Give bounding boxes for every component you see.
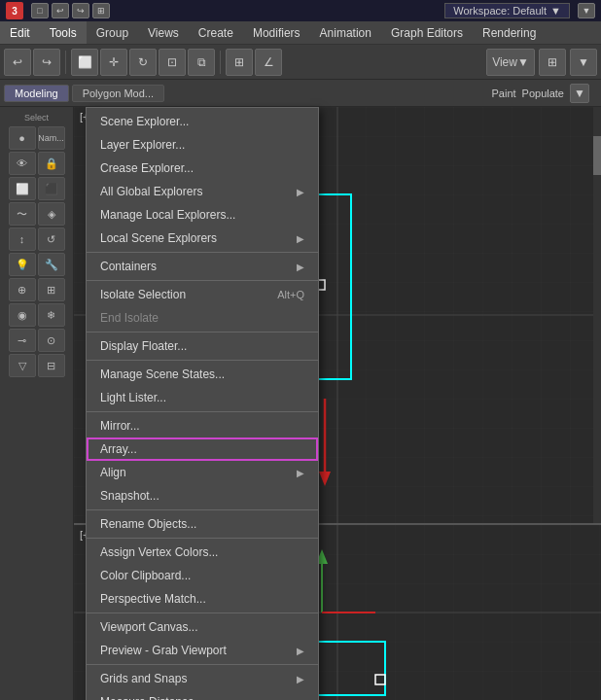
sidebar-icon-bone[interactable]: ⊸ <box>9 329 36 352</box>
menu-animation[interactable]: Animation <box>310 21 381 44</box>
sidebar-icon-eye2[interactable]: ◉ <box>9 303 36 327</box>
main-area: Select ● Nam... 👁 🔒 ⬜ ⬛ 〜 ◈ ↕ ↺ 💡 🔧 ⊕ <box>0 107 601 700</box>
menu-item-preview-grab[interactable]: Preview - Grab Viewport ▶ <box>87 639 318 662</box>
menu-sep-6 <box>87 509 318 510</box>
menu-item-crease-explorer[interactable]: Crease Explorer... <box>87 157 318 180</box>
sidebar-icon-poly[interactable]: ◈ <box>38 202 65 226</box>
menu-edit[interactable]: Edit <box>0 21 40 44</box>
menu-sep-5 <box>87 411 318 412</box>
title-bar: 3 □ ↩ ↪ ⊞ Workspace: Default ▼ ▼ <box>0 0 601 21</box>
menu-item-isolate-selection[interactable]: Isolate Selection Alt+Q <box>87 283 318 306</box>
menu-item-grids-and-snaps[interactable]: Grids and Snaps ▶ <box>87 667 318 690</box>
populate-label: Populate <box>522 88 564 99</box>
menu-item-end-isolate: End Isolate <box>87 306 318 330</box>
app-logo: 3 <box>6 2 23 19</box>
viewport-top-scrollbar[interactable] <box>593 107 601 523</box>
sidebar-icon-arrow[interactable]: ↕ <box>9 228 36 251</box>
select-button[interactable]: ⬜ <box>71 49 98 76</box>
snap-angle-button[interactable]: ∠ <box>255 49 282 76</box>
menu-item-assign-vertex-colors[interactable]: Assign Vertex Colors... <box>87 541 318 564</box>
menu-item-rename-objects[interactable]: Rename Objects... <box>87 512 318 536</box>
tools-dropdown-menu: Scene Explorer... Layer Explorer... Crea… <box>86 107 319 700</box>
sidebar-icon-wire[interactable]: ⬛ <box>38 177 65 200</box>
main-toolbar: ↩ ↪ ⬜ ✛ ↻ ⊡ ⧉ ⊞ ∠ View ▼ ⊞ ▼ <box>0 45 601 80</box>
menu-item-all-global-explorers[interactable]: All Global Explorers ▶ <box>87 180 318 203</box>
menu-item-manage-local-explorers[interactable]: Manage Local Explorers... <box>87 203 318 227</box>
menu-item-manage-scene-states[interactable]: Manage Scene States... <box>87 363 318 386</box>
menu-item-snapshot[interactable]: Snapshot... <box>87 484 318 508</box>
menu-graph-editors[interactable]: Graph Editors <box>381 21 473 44</box>
menu-item-color-clipboard[interactable]: Color Clipboard... <box>87 564 318 587</box>
sidebar-icon-funnel[interactable]: ▽ <box>9 354 36 377</box>
tb-btn-3[interactable]: ↪ <box>72 3 89 18</box>
sidebar-icon-eye[interactable]: 👁 <box>9 152 36 175</box>
toolbar-sep-2 <box>220 51 221 74</box>
menu-item-mirror[interactable]: Mirror... <box>87 414 318 438</box>
sidebar-icon-freeze[interactable]: ❄ <box>38 303 65 327</box>
menu-tools[interactable]: Tools <box>40 21 87 44</box>
sidebar-icon-box[interactable]: ⬜ <box>9 177 36 200</box>
tab-polygon-mod[interactable]: Polygon Mod... <box>72 85 164 102</box>
tb-btn-2[interactable]: ↩ <box>52 3 69 18</box>
title-extra-btn[interactable]: ▼ <box>578 3 595 18</box>
menu-bar: Edit Tools Group Views Create Modifiers … <box>0 21 601 45</box>
menu-sep-7 <box>87 538 318 539</box>
workspace-dropdown[interactable]: Workspace: Default ▼ <box>444 3 570 18</box>
menu-item-display-floater[interactable]: Display Floater... <box>87 334 318 358</box>
sidebar-icon-window[interactable]: ⊟ <box>38 354 65 377</box>
sidebar-icon-grid[interactable]: ⊞ <box>38 278 65 301</box>
menu-group[interactable]: Group <box>87 21 138 44</box>
menu-item-layer-explorer[interactable]: Layer Explorer... <box>87 133 318 157</box>
redo-button[interactable]: ↪ <box>33 49 60 76</box>
freeform-button[interactable]: ⧉ <box>188 49 215 76</box>
menu-sep-8 <box>87 612 318 613</box>
viewport-extra[interactable]: ▼ <box>570 49 597 76</box>
menu-sep-1 <box>87 252 318 253</box>
sidebar-icon-rotate[interactable]: ↺ <box>38 228 65 251</box>
menu-sep-9 <box>87 664 318 665</box>
menu-item-containers[interactable]: Containers ▶ <box>87 255 318 278</box>
tb-btn-4[interactable]: ⊞ <box>92 3 110 18</box>
menu-sep-3 <box>87 332 318 332</box>
sidebar-icon-row-1: ● Nam... <box>2 126 71 150</box>
menu-item-align[interactable]: Align ▶ <box>87 461 318 484</box>
menu-sep-4 <box>87 360 318 361</box>
menu-item-scene-explorer[interactable]: Scene Explorer... <box>87 110 318 133</box>
sidebar-icon-lock[interactable]: 🔒 <box>38 152 65 175</box>
select-label: Select <box>2 111 71 124</box>
menu-item-perspective-match[interactable]: Perspective Match... <box>87 587 318 611</box>
sidebar-icon-light[interactable]: 💡 <box>9 253 36 276</box>
menu-modifiers[interactable]: Modifiers <box>243 21 310 44</box>
sidebar-icon-row-7: ⊕ ⊞ <box>2 278 71 301</box>
menu-item-light-lister[interactable]: Light Lister... <box>87 386 318 409</box>
sidebar-icon-curve[interactable]: 〜 <box>9 202 36 226</box>
view-dropdown[interactable]: View ▼ <box>486 49 535 76</box>
menu-item-viewport-canvas[interactable]: Viewport Canvas... <box>87 615 318 639</box>
sidebar-icon-row-3: ⬜ ⬛ <box>2 177 71 200</box>
menu-rendering[interactable]: Rendering <box>473 21 546 44</box>
sidebar-icon-row-8: ◉ ❄ <box>2 303 71 327</box>
rotate-button[interactable]: ↻ <box>129 49 157 76</box>
viewport-top-scroll-thumb[interactable] <box>593 136 601 175</box>
undo-button[interactable]: ↩ <box>4 49 31 76</box>
sidebar-icon-circle[interactable]: ● <box>9 126 36 150</box>
menu-item-array[interactable]: Array... <box>87 438 318 461</box>
toolbar-sep-1 <box>65 51 66 74</box>
move-button[interactable]: ✛ <box>100 49 127 76</box>
menu-views[interactable]: Views <box>138 21 189 44</box>
menu-item-measure-distance[interactable]: Measure Distance... <box>87 690 318 700</box>
viewport-config[interactable]: ⊞ <box>539 49 566 76</box>
secondary-toolbar: Modeling Polygon Mod... Paint Populate ▼ <box>0 80 601 107</box>
populate-config[interactable]: ▼ <box>570 84 589 103</box>
snap-button[interactable]: ⊞ <box>226 49 253 76</box>
menu-item-local-scene-explorers[interactable]: Local Scene Explorers ▶ <box>87 227 318 250</box>
sidebar-icon-tool[interactable]: 🔧 <box>38 253 65 276</box>
menu-create[interactable]: Create <box>189 21 243 44</box>
scale-button[interactable]: ⊡ <box>159 49 186 76</box>
sidebar-icon-row-10: ▽ ⊟ <box>2 354 71 377</box>
tab-modeling[interactable]: Modeling <box>4 85 69 102</box>
sidebar-icon-rivet[interactable]: ⊙ <box>38 329 65 352</box>
sidebar-icon-magnet[interactable]: ⊕ <box>9 278 36 301</box>
menu-sep-2 <box>87 280 318 281</box>
tb-btn-1[interactable]: □ <box>31 3 49 18</box>
